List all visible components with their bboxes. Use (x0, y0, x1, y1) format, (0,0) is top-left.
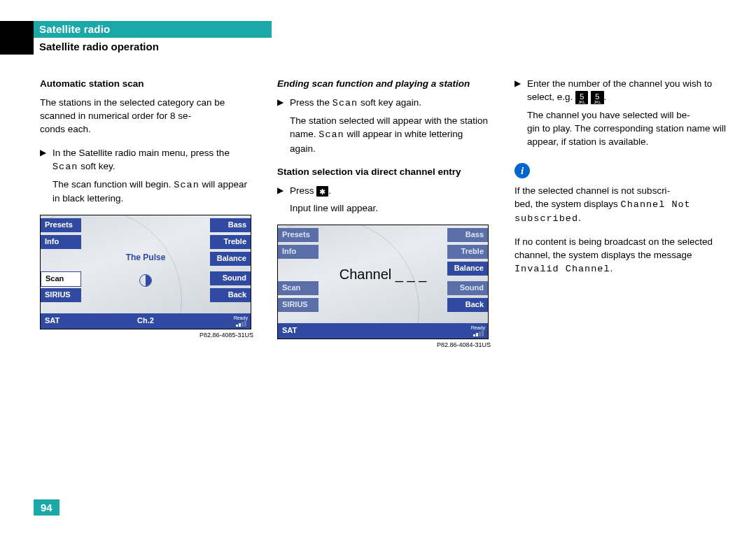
column-2: Ending scan function and playing a stati… (277, 77, 491, 350)
play-arrow-icon: ▶ (514, 78, 521, 90)
softkey-sound: Sound (210, 271, 251, 285)
softkey-presets: Presets (41, 218, 81, 232)
radio-bottombar: SAT Ch.2 Ready (41, 313, 251, 329)
softkey-sirius: SIRIUS (41, 288, 81, 302)
sat-label: SAT (282, 325, 297, 336)
heading-direct-entry: Station selection via direct channel ent… (277, 165, 491, 178)
key-5-icon: 5JKL (575, 91, 588, 104)
signal-bars-icon (473, 330, 484, 336)
softkey-scan: Scan (278, 281, 318, 295)
step: ▶ Enter the number of the channel you wi… (514, 77, 728, 149)
softkey-bass: Bass (210, 218, 251, 232)
para: The stations in the selected category ca… (40, 96, 253, 136)
subheader-black-tab (0, 38, 34, 55)
softkey-balance: Balance (447, 262, 488, 276)
figure-caption: P82.86-4085-31US (40, 331, 253, 340)
play-arrow-icon: ▶ (40, 147, 46, 159)
softkey-scan: Scan (41, 271, 81, 287)
figure-caption: P82.86-4084-31US (277, 341, 491, 350)
step: ▶ In the Satellite radio main menu, pres… (40, 146, 253, 206)
signal-bars-icon (236, 320, 246, 327)
column-1: Automatic station scan The stations in t… (40, 77, 253, 350)
info-para: If no content is being broadcast on the … (514, 235, 728, 276)
sat-label: SAT (45, 315, 59, 327)
chapter-title: Satellite radio (34, 21, 272, 38)
softkey-sound: Sound (447, 281, 488, 295)
play-arrow-icon: ▶ (277, 185, 284, 197)
header-black-tab (0, 21, 34, 38)
softkey-info: Info (278, 245, 318, 259)
softkey-info: Info (41, 235, 81, 249)
softkey-sirius: SIRIUS (278, 298, 318, 312)
play-arrow-icon: ▶ (277, 97, 284, 108)
softkey-back: Back (447, 298, 488, 312)
radio-bottombar: SAT Ready (278, 323, 488, 339)
key-5-icon: 5JKL (591, 91, 603, 104)
softkey-treble: Treble (447, 245, 488, 259)
step: ▶ Press the Scan soft key again. The sta… (277, 96, 491, 155)
radio-screenshot-2: Presets Info Scan SIRIUS Bass Treble Bal… (277, 225, 489, 339)
section-title: Satellite radio operation (34, 38, 272, 56)
softkey-bass: Bass (447, 228, 488, 242)
softkey-back: Back (210, 288, 251, 302)
star-key-icon: ✱ (316, 186, 328, 197)
column-3: ▶ Enter the number of the channel you wi… (514, 77, 728, 350)
tone-icon (139, 274, 152, 287)
radio-screenshot-1: Presets Info Scan SIRIUS Bass Treble Bal… (40, 215, 251, 329)
info-para: If the selected channel is not subscri-b… (514, 184, 728, 225)
step: ▶ Press ✱. Input line will appear. (277, 184, 491, 215)
station-name: The Pulse (126, 252, 166, 264)
page-number: 94 (34, 499, 59, 516)
page-content: Automatic station scan The stations in t… (40, 77, 728, 350)
channel-number: Ch.2 (137, 315, 154, 327)
softkey-balance: Balance (210, 252, 251, 266)
channel-input: Channel _ _ _ (340, 264, 427, 284)
heading-auto-scan: Automatic station scan (40, 77, 253, 90)
info-icon: i (514, 163, 530, 178)
softkey-presets: Presets (278, 228, 318, 242)
softkey-treble: Treble (210, 235, 251, 249)
heading-ending-scan: Ending scan function and playing a stati… (277, 77, 491, 90)
